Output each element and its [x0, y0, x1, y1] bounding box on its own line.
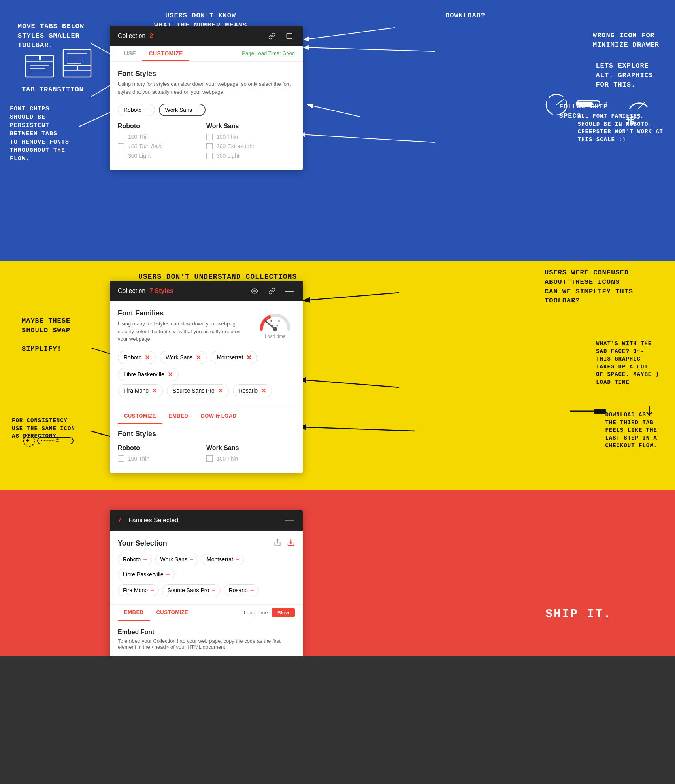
tab-embed-3[interactable]: EMBED [118, 605, 150, 621]
chip-roboto-1[interactable]: Roboto − [118, 104, 155, 116]
chip-roboto-x-2[interactable]: ✕ [145, 354, 150, 361]
checkbox-200extra-w1[interactable] [206, 143, 213, 149]
sel-chip-montserrat-3[interactable]: Montserrat − [202, 554, 244, 565]
annotation-wrong-icon: Wrong icon forminimize drawer [593, 31, 659, 50]
sel-chip-libre-remove-3[interactable]: − [166, 571, 170, 578]
ui-card-2: Collection 7 Styles — [110, 281, 303, 473]
minimize-icon-3[interactable]: — [284, 515, 295, 526]
card-header-1: Collection 2 [110, 26, 303, 46]
sel-chip-sourcesans-3[interactable]: Source Sans Pro − [162, 584, 220, 596]
chip-montserrat-2[interactable]: Montserrat ✕ [211, 351, 257, 364]
checkbox-300light-r1[interactable] [118, 153, 124, 159]
font-columns-1: Roboto 100 Thin 100 Thin Italic 300 Ligh… [118, 123, 295, 162]
sel-chip-worksans-3[interactable]: Work Sans − [155, 554, 199, 565]
font-styles-title-2b: Font Styles [118, 430, 295, 438]
chip-roboto-2[interactable]: Roboto ✕ [118, 351, 156, 364]
card-header-title-1: Collection 2 [118, 32, 153, 40]
style-300light-r1: 300 Light [118, 153, 206, 159]
sel-chip-firamono-3[interactable]: Fira Mono − [118, 584, 159, 596]
font-family-roboto-1: Roboto [118, 123, 206, 130]
checkbox-100thin-w1[interactable] [206, 134, 213, 140]
chip-worksans-x-2[interactable]: ✕ [196, 354, 201, 361]
sel-chip-firamono-remove-3[interactable]: − [150, 587, 154, 594]
tab-embed-2[interactable]: EMBED [162, 408, 194, 424]
load-time-label-3: Load Time [244, 610, 268, 616]
style-100thin-w2: 100 Thin [206, 455, 295, 462]
font-styles-desc-1: Using many font styles can slow down you… [118, 80, 295, 96]
svg-line-35 [304, 293, 399, 300]
link-icon-1[interactable] [266, 30, 277, 42]
font-families-desc-2: Using many font styles can slow down you… [118, 320, 244, 343]
chip-worksans-2[interactable]: Work Sans ✕ [160, 351, 207, 364]
embed-title-3: Embed Font [118, 629, 295, 636]
load-time-badge-3: Slow [272, 608, 295, 617]
sel-chip-roboto-3[interactable]: Roboto − [118, 554, 152, 565]
embed-link-standard-3[interactable]: STANDARD [118, 656, 146, 656]
annotation-confused-icons: Users were confusedabout these iconscan … [545, 268, 655, 306]
sel-chip-sourcesans-remove-3[interactable]: − [211, 587, 215, 594]
style-100thin-r2: 100 Thin [118, 455, 206, 462]
families-text-col: Font Families Using many font styles can… [118, 309, 244, 351]
tab-download-2[interactable]: DOW N LOAD [194, 408, 243, 424]
selection-header-row-3: Your Selection [118, 538, 295, 548]
svg-line-39 [300, 427, 415, 431]
collection-label-1: Collection [118, 32, 145, 40]
checkbox-100thin-r1[interactable] [118, 134, 124, 140]
svg-point-49 [273, 327, 277, 331]
font-chips-2: Roboto ✕ Work Sans ✕ Montserrat ✕ Libre … [118, 351, 295, 381]
sel-chip-roboto-remove-3[interactable]: − [143, 556, 147, 563]
sel-chip-libre-3[interactable]: Libre Baskerville − [118, 569, 175, 580]
checkbox-300light-w1[interactable] [206, 153, 213, 159]
link-icon-2[interactable] [266, 285, 277, 297]
checkbox-100thin-w2[interactable] [206, 455, 213, 462]
tab-customize-2[interactable]: CUSTOMIZE [118, 408, 162, 424]
chip-rosario-x-2[interactable]: ✕ [261, 387, 266, 395]
download-icon-3[interactable] [287, 538, 295, 548]
collection-label-2: Collection [118, 287, 145, 295]
share-icon-3[interactable] [273, 538, 281, 548]
svg-line-38 [300, 380, 399, 387]
font-styles-title-1: Font Styles [118, 70, 295, 78]
chip-firamono-2[interactable]: Fira Mono ✕ [118, 384, 163, 397]
tab-customize-3[interactable]: CUSTOMIZE [150, 605, 194, 621]
blue-annotations-svg [0, 0, 675, 261]
eye-icon-2[interactable] [249, 285, 260, 297]
chip-libre-2[interactable]: Libre Baskerville ✕ [118, 368, 179, 381]
svg-line-5 [304, 47, 435, 51]
minimize-icon-2[interactable]: — [284, 285, 295, 297]
font-col-roboto-1: Roboto 100 Thin 100 Thin Italic 300 Ligh… [118, 123, 206, 162]
style-100italic-r1: 100 Thin Italic [118, 143, 206, 149]
svg-point-50 [270, 320, 272, 322]
tab-use-1[interactable]: USE [118, 46, 142, 61]
chip-sourcesans-2[interactable]: Source Sans Pro ✕ [167, 384, 229, 397]
annotation-move-tabs: Move tabs below styles smaller toolbar. [18, 22, 97, 50]
chip-firamono-x-2[interactable]: ✕ [152, 387, 157, 395]
section-blue: Move tabs below styles smaller toolbar. … [0, 0, 675, 261]
embed-link-import-3[interactable]: @IMPORT [154, 656, 179, 656]
svg-line-7 [300, 134, 435, 142]
card-styles-2: Font Styles Roboto 100 Thin Work Sans 10… [110, 424, 303, 473]
sel-chip-montserrat-remove-3[interactable]: − [236, 556, 239, 563]
tab-customize-1[interactable]: CUSTOMIZE [142, 46, 189, 61]
checkbox-100thin-r2[interactable] [118, 455, 124, 462]
ship-it-text: Ship it. [545, 607, 612, 621]
chip-libre-x-2[interactable]: ✕ [168, 371, 173, 378]
font-col-worksans-2: Work Sans 100 Thin [206, 444, 295, 465]
chip-roboto-remove-1[interactable]: − [145, 106, 149, 113]
selection-chips-row2-3: Fira Mono − Source Sans Pro − Rosario − [118, 584, 295, 596]
font-family-roboto-2: Roboto [118, 444, 206, 452]
your-selection-title-3: Your Selection [118, 539, 167, 548]
minimize-icon-1[interactable] [284, 30, 295, 42]
chip-worksans-remove-1[interactable]: − [195, 106, 200, 113]
sel-chip-rosario-remove-3[interactable]: − [250, 587, 254, 594]
chip-worksans-1[interactable]: Work Sans − [159, 104, 206, 116]
sel-chip-rosario-3[interactable]: Rosario − [224, 584, 259, 596]
chip-sourcesans-x-2[interactable]: ✕ [218, 387, 223, 395]
chip-montserrat-x-2[interactable]: ✕ [246, 354, 251, 361]
font-columns-2: Roboto 100 Thin Work Sans 100 Thin [118, 444, 295, 465]
collection-number-1: 2 [149, 32, 153, 40]
chip-rosario-2[interactable]: Rosario ✕ [233, 384, 272, 397]
tabs-loadtime-row-3: EMBED CUSTOMIZE Load Time Slow [110, 604, 303, 621]
checkbox-100italic-r1[interactable] [118, 143, 124, 149]
sel-chip-worksans-remove-3[interactable]: − [190, 556, 193, 563]
